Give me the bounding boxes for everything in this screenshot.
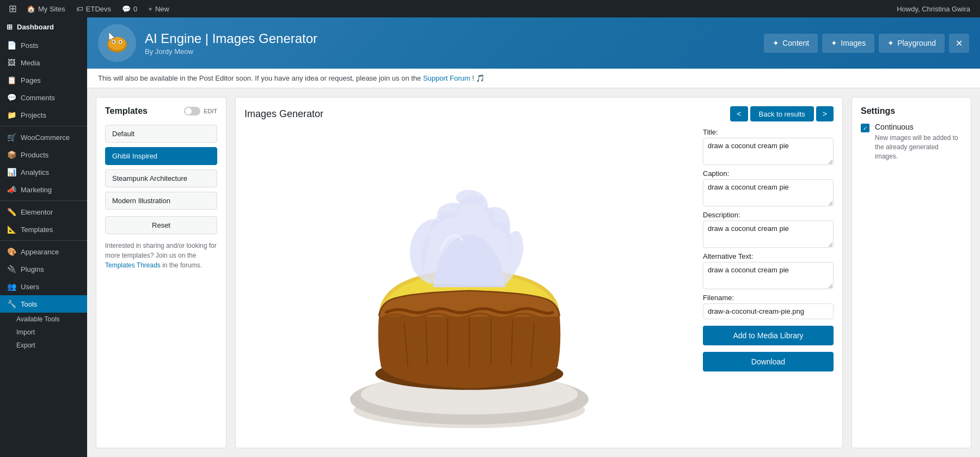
sidebar-item-templates[interactable]: 📐 Templates xyxy=(0,221,87,238)
new-content-menu[interactable]: + New xyxy=(143,0,175,17)
image-display xyxy=(244,128,694,439)
submenu-import[interactable]: Import xyxy=(0,326,87,339)
wp-logo-icon[interactable]: ⊞ xyxy=(4,3,21,15)
menu-separator-3 xyxy=(0,240,87,241)
title-textarea[interactable]: draw a coconut cream pie xyxy=(703,138,834,165)
templates-icon: 📐 xyxy=(7,225,16,234)
new-label: New xyxy=(155,5,169,13)
plugin-title: AI Engine | Images Generator xyxy=(145,31,755,46)
users-label: Users xyxy=(21,283,39,291)
close-plugin-button[interactable]: ✕ xyxy=(949,34,969,53)
marketing-icon: 📣 xyxy=(7,185,16,194)
toggle-thumb xyxy=(185,108,192,114)
templates-footer: Interested in sharing and/or looking for… xyxy=(105,241,217,270)
sidebar-item-appearance[interactable]: 🎨 Appearance xyxy=(0,243,87,260)
generator-panel: Images Generator < Back to results > xyxy=(235,97,843,448)
comments-sidebar-icon: 💬 xyxy=(7,93,16,102)
content-nav-label: Content xyxy=(782,39,809,47)
sidebar-item-analytics[interactable]: 📊 Analytics xyxy=(0,163,87,181)
site-name-label: ETDevs xyxy=(86,5,111,13)
footer-text: Interested in sharing and/or looking for… xyxy=(105,242,217,259)
sidebar-item-media[interactable]: 🖼 Media xyxy=(0,54,87,71)
generator-title: Images Generator xyxy=(244,108,323,120)
products-label: Products xyxy=(21,151,48,159)
template-item-modern[interactable]: Modern Illustration xyxy=(105,192,217,210)
filename-field-group: Filename: draw-a-coconut-cream-pie.png xyxy=(703,294,834,319)
users-icon: 👥 xyxy=(7,282,16,291)
notice-suffix: ! 🎵 xyxy=(472,74,485,82)
sidebar-item-woocommerce[interactable]: 🛒 WooCommerce xyxy=(0,129,87,146)
appearance-icon: 🎨 xyxy=(7,247,16,256)
sidebar-item-elementor[interactable]: ✏️ Elementor xyxy=(0,203,87,221)
user-menu[interactable]: Howdy, Christina Gwira xyxy=(891,0,976,17)
caption-textarea[interactable]: draw a coconut cream pie xyxy=(703,179,834,206)
reset-template-button[interactable]: Reset xyxy=(105,216,217,234)
template-item-default[interactable]: Default xyxy=(105,125,217,143)
continuous-desc: New images will be added to the already … xyxy=(875,133,962,161)
alt-text-label: Alternative Text: xyxy=(703,252,834,260)
edit-label: EDIT xyxy=(204,108,217,114)
filename-input[interactable]: draw-a-coconut-cream-pie.png xyxy=(703,303,834,319)
sidebar-item-projects[interactable]: 📁 Projects xyxy=(0,106,87,124)
admin-bar: ⊞ 🏠 My Sites 🏷 ETDevs 💬 0 + New Howdy, C… xyxy=(0,0,980,17)
sidebar-item-users[interactable]: 👥 Users xyxy=(0,278,87,295)
templates-threads-link[interactable]: Templates Threads xyxy=(105,261,161,269)
plus-icon: + xyxy=(148,5,152,13)
settings-title: Settings xyxy=(861,106,962,116)
sidebar-item-posts[interactable]: 📄 Posts xyxy=(0,36,87,54)
menu-separator-2 xyxy=(0,200,87,201)
submenu-available-tools[interactable]: Available Tools xyxy=(0,313,87,326)
tools-icon: 🔧 xyxy=(7,300,16,308)
appearance-label: Appearance xyxy=(21,248,59,256)
continuous-checkbox[interactable]: ✓ xyxy=(861,124,869,132)
plugin-logo xyxy=(98,24,136,62)
playground-nav-button[interactable]: ✦ Playground xyxy=(879,34,945,53)
plugins-icon: 🔌 xyxy=(7,265,16,273)
alt-textarea[interactable]: draw a coconut cream pie xyxy=(703,262,834,289)
my-sites-menu[interactable]: 🏠 My Sites xyxy=(21,0,71,17)
sidebar-item-products[interactable]: 📦 Products xyxy=(0,146,87,163)
images-sun-icon: ✦ xyxy=(831,39,837,47)
menu-separator-1 xyxy=(0,126,87,126)
sidebar-item-tools[interactable]: 🔧 Tools xyxy=(0,295,87,313)
download-button[interactable]: Download xyxy=(703,352,834,371)
description-label: Description: xyxy=(703,211,834,219)
sidebar-item-comments[interactable]: 💬 Comments xyxy=(0,89,87,106)
caption-label: Caption: xyxy=(703,169,834,178)
analytics-label: Analytics xyxy=(21,168,49,176)
svg-point-6 xyxy=(120,41,121,43)
posts-label: Posts xyxy=(21,41,39,50)
dashboard-label: Dashboard xyxy=(17,23,54,31)
template-item-ghibli[interactable]: Ghibli Inspired xyxy=(105,147,217,165)
pages-label: Pages xyxy=(21,76,41,84)
toggle-track[interactable] xyxy=(184,107,200,115)
add-to-media-button[interactable]: Add to Media Library xyxy=(703,326,834,345)
content-nav-button[interactable]: ✦ Content xyxy=(764,34,818,53)
sidebar-item-marketing[interactable]: 📣 Marketing xyxy=(0,181,87,198)
site-name-menu[interactable]: 🏷 ETDevs xyxy=(71,0,117,17)
sidebar-item-pages[interactable]: 📋 Pages xyxy=(0,71,87,89)
description-textarea[interactable]: draw a coconut cream pie xyxy=(703,221,834,248)
support-forum-link[interactable]: Support Forum xyxy=(423,74,470,82)
back-to-results-button[interactable]: Back to results xyxy=(750,106,814,121)
dashboard-link[interactable]: ⊞ Dashboard xyxy=(0,17,87,36)
edit-toggle[interactable]: EDIT xyxy=(184,107,217,115)
template-item-steampunk[interactable]: Steampunk Architecture xyxy=(105,169,217,187)
alt-text-field-group: Alternative Text: draw a coconut cream p… xyxy=(703,252,834,289)
posts-icon: 📄 xyxy=(7,41,16,50)
comments-icon: 💬 xyxy=(122,5,131,13)
submenu-export[interactable]: Export xyxy=(0,339,87,352)
images-nav-button[interactable]: ✦ Images xyxy=(822,34,874,53)
reset-label: Reset xyxy=(152,221,170,229)
next-image-button[interactable]: > xyxy=(816,106,834,121)
sidebar-item-plugins[interactable]: 🔌 Plugins xyxy=(0,260,87,278)
download-label: Download xyxy=(751,357,785,366)
comments-menu[interactable]: 💬 0 xyxy=(117,0,143,17)
templates-panel-title: Templates xyxy=(105,106,148,116)
plugin-title-area: AI Engine | Images Generator By Jordy Me… xyxy=(145,31,755,56)
description-field-group: Description: draw a coconut cream pie xyxy=(703,211,834,248)
prev-image-button[interactable]: < xyxy=(730,106,748,121)
elementor-icon: ✏️ xyxy=(7,208,16,216)
comments-count: 0 xyxy=(133,5,137,13)
page-content: Templates EDIT Default Ghibli Inspired S… xyxy=(87,88,980,457)
